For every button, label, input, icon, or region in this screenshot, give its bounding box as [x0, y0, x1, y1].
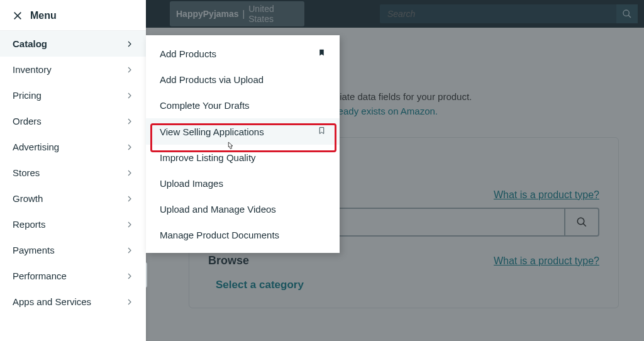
sidebar-item-apps-services[interactable]: Apps and Services	[0, 289, 146, 315]
submenu-item-label: Complete Your Drafts	[160, 100, 250, 111]
store-region: United States	[248, 4, 298, 24]
chevron-right-icon	[126, 298, 133, 306]
sidebar-item-label: Apps and Services	[13, 296, 91, 307]
svg-line-1	[628, 15, 631, 18]
chevron-right-icon	[126, 169, 133, 177]
search-input[interactable]	[380, 9, 616, 19]
sidebar-item-performance[interactable]: Performance	[0, 263, 146, 289]
submenu-complete-drafts[interactable]: Complete Your Drafts	[146, 92, 340, 118]
product-type-help-link[interactable]: What is a product type?	[494, 189, 599, 201]
sidebar-item-label: Orders	[13, 116, 42, 126]
submenu-item-label: Add Products via Upload	[160, 74, 264, 85]
select-category-link[interactable]: Select a category	[208, 279, 599, 291]
sidebar-item-payments[interactable]: Payments	[0, 237, 146, 263]
sidebar-item-reports[interactable]: Reports	[0, 211, 146, 237]
sidebar-item-inventory[interactable]: Inventory	[0, 57, 146, 82]
sidebar-item-stores[interactable]: Stores	[0, 160, 146, 186]
submenu-item-label: View Selling Applications	[160, 126, 264, 137]
submenu-item-label: Upload Images	[160, 178, 223, 189]
svg-line-3	[583, 223, 586, 226]
chevron-right-icon	[126, 221, 133, 228]
global-search[interactable]	[380, 4, 638, 23]
catalog-submenu: Add Products Add Products via Upload Com…	[146, 35, 340, 253]
sidebar-item-catalog[interactable]: Catalog	[0, 31, 146, 57]
svg-point-2	[577, 218, 584, 225]
chevron-right-icon	[126, 247, 133, 254]
search-button[interactable]	[616, 4, 638, 23]
sidebar-item-label: Inventory	[13, 64, 52, 75]
chevron-right-icon	[126, 143, 133, 151]
sidebar-item-pricing[interactable]: Pricing	[0, 82, 146, 108]
sidebar-item-label: Pricing	[13, 90, 42, 101]
sidebar-item-growth[interactable]: Growth	[0, 186, 146, 211]
menu-label: Menu	[30, 10, 57, 21]
bookmark-outline-icon	[318, 126, 326, 137]
sidebar-item-label: Growth	[13, 193, 43, 204]
close-icon	[13, 11, 23, 21]
submenu-add-products[interactable]: Add Products	[146, 40, 340, 67]
sidebar-item-label: Advertising	[13, 142, 59, 152]
chevron-right-icon	[126, 92, 133, 99]
store-name: HappyPyjamas	[176, 9, 239, 19]
bookmark-icon	[318, 48, 326, 59]
search-icon	[576, 216, 587, 228]
product-type-search-button[interactable]	[564, 209, 598, 235]
browse-label: Browse	[208, 254, 249, 267]
chevron-right-icon	[126, 66, 133, 74]
submenu-item-label: Add Products	[160, 48, 216, 59]
sidebar-item-label: Performance	[13, 271, 67, 281]
submenu-upload-manage-videos[interactable]: Upload and Manage Videos	[146, 196, 340, 222]
sidebar-item-label: Payments	[13, 245, 55, 255]
submenu-add-products-upload[interactable]: Add Products via Upload	[146, 67, 340, 92]
chevron-right-icon	[126, 272, 133, 280]
sidebar-item-label: Catalog	[13, 38, 47, 49]
sidebar-item-advertising[interactable]: Advertising	[0, 134, 146, 160]
submenu-item-label: Manage Product Documents	[160, 230, 279, 240]
mouse-cursor	[225, 141, 236, 155]
chevron-right-icon	[126, 40, 133, 48]
search-icon	[622, 9, 632, 19]
submenu-improve-listing-quality[interactable]: Improve Listing Quality	[146, 145, 340, 170]
product-type-help-link-2[interactable]: What is a product type?	[494, 255, 599, 267]
submenu-manage-product-documents[interactable]: Manage Product Documents	[146, 222, 340, 248]
submenu-upload-images[interactable]: Upload Images	[146, 170, 340, 196]
sidebar-item-orders[interactable]: Orders	[0, 108, 146, 134]
menu-close[interactable]: Menu	[0, 0, 146, 31]
sidebar-item-label: Reports	[13, 219, 46, 230]
svg-point-0	[623, 10, 629, 16]
chevron-right-icon	[126, 195, 133, 203]
sidebar: Menu Catalog Inventory Pricing Orders Ad…	[0, 0, 146, 341]
store-switcher[interactable]: HappyPyjamas | United States	[170, 1, 304, 26]
submenu-item-label: Upload and Manage Videos	[160, 204, 276, 215]
chevron-right-icon	[126, 118, 133, 125]
submenu-item-label: Improve Listing Quality	[160, 152, 256, 163]
submenu-view-selling-applications[interactable]: View Selling Applications	[146, 118, 340, 145]
sidebar-item-label: Stores	[13, 167, 40, 178]
